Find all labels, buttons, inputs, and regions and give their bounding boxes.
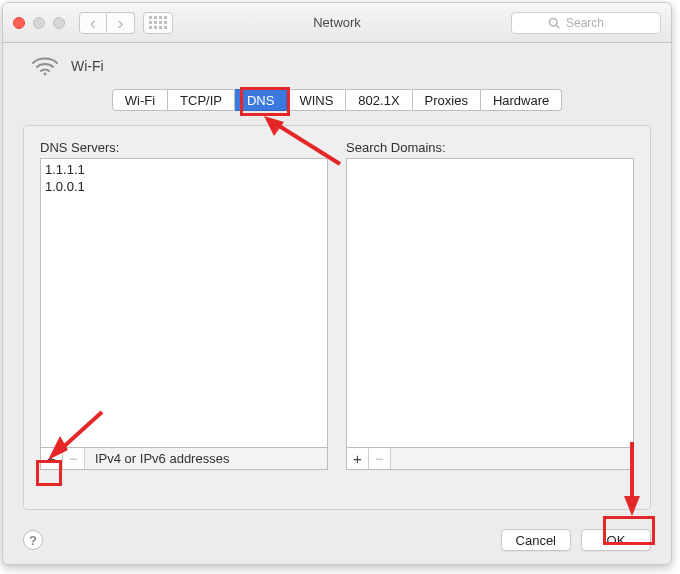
tab-proxies[interactable]: Proxies [413,89,481,111]
tab-label: WINS [299,93,333,108]
tab-wins[interactable]: WINS [287,89,346,111]
connection-header: Wi-Fi [3,43,671,81]
titlebar: ‹ › Network [3,3,671,43]
tab-hardware[interactable]: Hardware [481,89,562,111]
search-domains-label: Search Domains: [346,140,634,155]
dialog-footer: ? Cancel OK [3,520,671,564]
dns-servers-column: DNS Servers: 1.1.1.1 1.0.0.1 + − IPv4 or… [40,140,328,470]
wifi-icon [31,55,59,77]
tab-label: Hardware [493,93,549,108]
dns-servers-label: DNS Servers: [40,140,328,155]
search-domains-footer: + − [346,448,634,470]
help-button[interactable]: ? [23,530,43,550]
tab-row: Wi-Fi TCP/IP DNS WINS 802.1X Proxies Har… [3,81,671,111]
tab-label: 802.1X [358,93,399,108]
tab-label: DNS [247,93,274,108]
tab-label: TCP/IP [180,93,222,108]
tabs: Wi-Fi TCP/IP DNS WINS 802.1X Proxies Har… [112,89,563,111]
network-preferences-window: ‹ › Network Wi-Fi Wi-Fi TCP/IP DNS WI [2,2,672,565]
dns-servers-footer: + − IPv4 or IPv6 addresses [40,448,328,470]
add-dns-button[interactable]: + [41,448,63,469]
window-title: Network [3,15,671,30]
tab-wifi[interactable]: Wi-Fi [112,89,168,111]
tab-dns[interactable]: DNS [235,89,287,111]
tab-tcpip[interactable]: TCP/IP [168,89,235,111]
button-label: Cancel [516,533,556,548]
tab-label: Proxies [425,93,468,108]
tab-8021x[interactable]: 802.1X [346,89,412,111]
list-item[interactable]: 1.1.1.1 [45,161,323,178]
remove-dns-button[interactable]: − [63,448,85,469]
ok-button[interactable]: OK [581,529,651,551]
remove-domain-button[interactable]: − [369,448,391,469]
search-domains-column: Search Domains: + − [346,140,634,470]
connection-name: Wi-Fi [71,58,104,74]
dns-footer-caption: IPv4 or IPv6 addresses [95,451,229,466]
add-domain-button[interactable]: + [347,448,369,469]
svg-point-2 [44,73,47,76]
tab-label: Wi-Fi [125,93,155,108]
search-domains-list[interactable] [346,158,634,448]
dns-panel: DNS Servers: 1.1.1.1 1.0.0.1 + − IPv4 or… [23,125,651,510]
button-label: OK [607,533,626,548]
list-item[interactable]: 1.0.0.1 [45,178,323,195]
cancel-button[interactable]: Cancel [501,529,571,551]
dns-servers-list[interactable]: 1.1.1.1 1.0.0.1 [40,158,328,448]
